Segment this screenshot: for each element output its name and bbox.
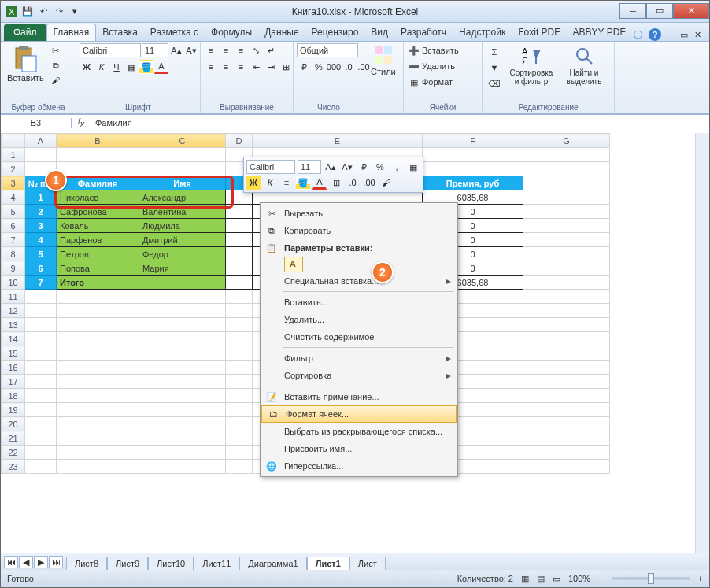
sheet-tab[interactable]: Диаграмма1 (239, 557, 306, 570)
currency-icon[interactable]: ₽ (297, 60, 311, 74)
ctx-paste-special[interactable]: Специальная вставка... (261, 272, 457, 290)
view-pagebreak-icon[interactable]: ▭ (553, 574, 560, 584)
underline-button[interactable]: Ч (109, 60, 124, 74)
row-header-3[interactable]: 3 (2, 176, 25, 190)
ctx-cut[interactable]: ✂Вырезать (261, 205, 457, 222)
tab-review[interactable]: Рецензиро (305, 24, 365, 41)
grow-font-icon[interactable]: A▴ (169, 43, 183, 57)
name-box[interactable]: B3 (1, 118, 72, 128)
align-top-icon[interactable]: ≡ (204, 43, 218, 57)
col-header-G[interactable]: G (523, 134, 610, 148)
view-layout-icon[interactable]: ▤ (537, 574, 545, 584)
font-size-combo[interactable]: 11 (142, 43, 168, 57)
wrap-text-icon[interactable]: ↵ (264, 43, 278, 57)
mini-currency-icon[interactable]: ₽ (357, 160, 371, 174)
tab-file[interactable]: Файл (4, 24, 46, 41)
sheet-tab[interactable]: Лист8 (66, 557, 107, 570)
col-header-A[interactable]: A (25, 134, 57, 148)
cells-format-button[interactable]: ▦Формат (407, 75, 453, 89)
clear-icon[interactable]: ⌫ (487, 76, 501, 91)
zoom-in-button[interactable]: + (698, 574, 703, 583)
align-bottom-icon[interactable]: ≡ (234, 43, 248, 57)
col-header-C[interactable]: C (139, 134, 226, 148)
format-painter-icon[interactable]: 🖌 (49, 73, 63, 87)
ctx-copy[interactable]: ⧉Копировать (261, 222, 457, 239)
sheet-tab-active[interactable]: Лист1 (307, 557, 349, 570)
merge-icon[interactable]: ⊞ (279, 60, 293, 74)
cells-insert-button[interactable]: ➕Вставить (407, 43, 459, 57)
tab-formulas[interactable]: Формулы (205, 24, 258, 41)
tab-home[interactable]: Главная (46, 24, 97, 41)
mdi-restore-icon[interactable]: ▭ (680, 30, 688, 40)
row-header-1[interactable]: 1 (2, 148, 25, 162)
percent-icon[interactable]: % (312, 60, 326, 74)
close-button[interactable]: ✕ (673, 3, 709, 19)
fill-color-icon[interactable]: 🪣 (139, 60, 153, 74)
tab-view[interactable]: Вид (364, 24, 394, 41)
copy-icon[interactable]: ⧉ (49, 58, 63, 72)
ctx-comment[interactable]: 📝Вставить примечание... (261, 388, 457, 405)
select-all-corner[interactable] (2, 134, 25, 148)
styles-button[interactable]: Стили (368, 43, 399, 78)
view-normal-icon[interactable]: ▦ (521, 574, 529, 584)
align-middle-icon[interactable]: ≡ (219, 43, 233, 57)
vertical-scrollbar[interactable] (695, 133, 709, 553)
mini-merge-icon[interactable]: ⊞ (329, 176, 343, 190)
italic-button[interactable]: К (94, 60, 109, 74)
border-icon[interactable]: ▦ (124, 60, 139, 74)
tab-developer[interactable]: Разработч (394, 24, 453, 41)
mini-fill-icon[interactable]: 🪣 (296, 176, 310, 190)
comma-icon[interactable]: 000 (327, 60, 341, 74)
mini-font-combo[interactable]: Calibri (246, 160, 295, 174)
row-header-2[interactable]: 2 (2, 162, 25, 176)
ctx-delete[interactable]: Удалить... (261, 311, 457, 328)
col-header-D[interactable]: D (226, 134, 253, 148)
save-icon[interactable]: 💾 (21, 6, 34, 18)
cell-header-prem[interactable]: Премия, руб (423, 176, 523, 190)
sheet-tab[interactable]: Лист (349, 557, 386, 570)
tab-insert[interactable]: Вставка (96, 24, 144, 41)
mini-italic-button[interactable]: К (263, 176, 277, 190)
minimize-button[interactable]: ─ (619, 3, 646, 19)
tab-addins[interactable]: Надстройк (453, 24, 512, 41)
align-center-icon[interactable]: ≡ (219, 60, 233, 74)
find-select-button[interactable]: Найти и выделить (560, 43, 608, 87)
sheet-nav-first[interactable]: ⏮ (4, 556, 18, 568)
sheet-nav-prev[interactable]: ◀ (19, 556, 33, 568)
sheet-tab[interactable]: Лист11 (194, 557, 239, 570)
tab-abbyy[interactable]: ABBYY PDF (567, 24, 632, 41)
redo-icon[interactable]: ↷ (53, 6, 65, 18)
orientation-icon[interactable]: ⤡ (249, 43, 263, 57)
ctx-sort[interactable]: Сортировка (261, 367, 457, 384)
ctx-hyperlink[interactable]: 🌐Гиперссылка... (261, 457, 457, 475)
mini-painter-icon[interactable]: 🖌 (379, 176, 393, 190)
ctx-define-name[interactable]: Присвоить имя... (261, 440, 457, 457)
mini-align-icon[interactable]: ≡ (279, 176, 294, 190)
zoom-out-button[interactable]: − (598, 574, 603, 583)
font-face-combo[interactable]: Calibri (80, 43, 141, 57)
ctx-filter[interactable]: Фильтр (261, 349, 457, 367)
undo-icon[interactable]: ↶ (37, 6, 50, 18)
ctx-dropdown-list[interactable]: Выбрать из раскрывающегося списка... (261, 423, 457, 440)
ctx-insert[interactable]: Вставить... (261, 294, 457, 311)
indent-dec-icon[interactable]: ⇤ (249, 60, 263, 74)
qat-more-icon[interactable]: ▾ (68, 6, 81, 18)
col-header-F[interactable]: F (423, 134, 523, 148)
inc-decimal-icon[interactable]: .0 (342, 60, 356, 74)
autosum-icon[interactable]: Σ (487, 45, 501, 59)
col-header-E[interactable]: E (253, 134, 423, 148)
mini-bold-button[interactable]: Ж (246, 176, 261, 190)
number-format-combo[interactable]: Общий (297, 43, 358, 57)
tab-data[interactable]: Данные (258, 24, 305, 41)
mini-border-icon[interactable]: ▦ (406, 160, 420, 174)
mini-dec-inc-icon[interactable]: .0 (346, 176, 360, 190)
sheet-tab[interactable]: Лист10 (148, 557, 194, 570)
shrink-font-icon[interactable]: A▾ (184, 43, 198, 57)
col-header-B[interactable]: B (57, 134, 139, 148)
mdi-close-icon[interactable]: ✕ (694, 30, 701, 40)
fill-icon[interactable]: ▼ (487, 61, 501, 75)
minimize-ribbon-icon[interactable]: ⓘ (634, 29, 642, 41)
mini-font-color-icon[interactable]: A (312, 176, 327, 190)
mini-dec-dec-icon[interactable]: .00 (362, 176, 376, 190)
sheet-nav-next[interactable]: ▶ (34, 556, 48, 568)
